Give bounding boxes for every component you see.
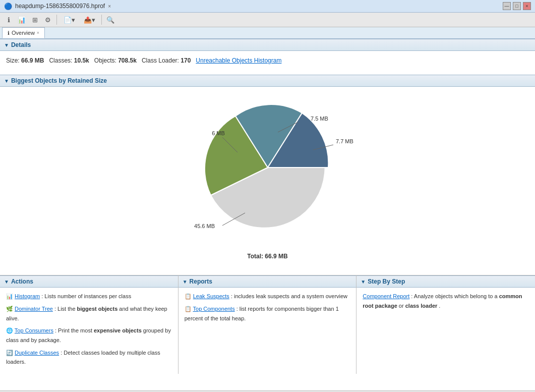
grid-icon[interactable]: ⊞: [29, 14, 40, 25]
leak-suspects-link[interactable]: Leak Suspects: [193, 293, 229, 299]
dominator-link[interactable]: Dominator Tree: [15, 306, 53, 312]
histogram-desc: : Lists number of instances per class: [41, 293, 131, 299]
report-top-components: 📋 Top Components : list reports for comp…: [185, 304, 350, 323]
reports-header-label: Reports: [190, 278, 212, 285]
report-dropdown-icon[interactable]: 📄▾: [60, 14, 78, 25]
leak-report-icon: 📋: [185, 293, 192, 299]
component-report-desc-before: : Analyze objects which belong to a: [411, 293, 499, 299]
toolbar-separator-2: [101, 15, 102, 25]
tab-bar: ℹ Overview ×: [0, 27, 535, 39]
tab-icon: ℹ: [8, 30, 10, 36]
search-icon[interactable]: 🔍: [105, 14, 116, 25]
close-button[interactable]: ×: [523, 2, 531, 10]
info-icon[interactable]: ℹ: [3, 14, 14, 25]
top-components-report-icon: 📋: [185, 306, 192, 312]
details-content: Size: 66.9 MB Classes: 10.5k Objects: 70…: [0, 51, 535, 71]
gear-icon[interactable]: ⚙: [42, 14, 53, 25]
top-components-link[interactable]: Top Components: [193, 306, 235, 312]
report-leak: 📋 Leak Suspects : includes leak suspects…: [185, 292, 350, 301]
biggest-objects-section-header[interactable]: ▼ Biggest Objects by Retained Size: [0, 75, 535, 87]
chart-area: 6 MB 7.5 MB 7.7 MB 45.6 MB Total: 66.9 M…: [0, 87, 535, 270]
histogram-link[interactable]: Histogram: [15, 293, 40, 299]
step-by-step-column: ▼ Step By Step Component Report : Analyz…: [356, 275, 535, 374]
title-close-tab[interactable]: ×: [108, 4, 111, 9]
label-75mb: 7.5 MB: [311, 116, 328, 122]
action-histogram: 📊 Histogram : Lists number of instances …: [6, 292, 172, 301]
stepbystep-content: Component Report : Analyze objects which…: [356, 288, 535, 317]
details-header-label: Details: [11, 41, 31, 48]
main-content: ▼ Details Size: 66.9 MB Classes: 10.5k O…: [0, 39, 535, 390]
duplicate-link[interactable]: Duplicate Classes: [15, 350, 59, 356]
classes-label: Classes:: [49, 57, 72, 64]
actions-section-header[interactable]: ▼ Actions: [0, 275, 178, 288]
consumers-icon: 🌐: [6, 327, 13, 333]
duplicate-icon: 🔄: [6, 350, 13, 356]
classloader-label: Class Loader:: [142, 57, 179, 64]
title-bar: 🔵 heapdump-1586355800976.hprof × — □ ×: [0, 0, 535, 13]
actions-header-label: Actions: [11, 278, 33, 285]
window-title: heapdump-1586355800976.hprof: [15, 3, 105, 10]
stepbystep-arrow-icon: ▼: [361, 279, 366, 285]
pie-total-label: Total: 66.9 MB: [172, 253, 364, 260]
action-duplicate: 🔄 Duplicate Classes : Detect classes loa…: [6, 348, 172, 367]
component-report-bold2: class loader: [405, 303, 438, 309]
component-report-link[interactable]: Component Report: [363, 293, 409, 299]
reports-section-header[interactable]: ▼ Reports: [179, 275, 356, 288]
reports-column: ▼ Reports 📋 Leak Suspects : includes lea…: [179, 275, 357, 374]
size-value: 66.9 MB: [21, 57, 44, 64]
histogram-bar-icon: 📊: [6, 293, 13, 299]
minimize-button[interactable]: —: [503, 2, 511, 10]
actions-content: 📊 Histogram : Lists number of instances …: [0, 288, 178, 374]
title-bar-left: 🔵 heapdump-1586355800976.hprof ×: [4, 3, 111, 10]
tab-close-button[interactable]: ×: [37, 30, 39, 35]
pie-chart-container: 6 MB 7.5 MB 7.7 MB 45.6 MB Total: 66.9 M…: [172, 97, 364, 260]
tab-label: Overview: [12, 30, 35, 36]
size-label: Size:: [6, 57, 20, 64]
component-report-desc-middle: or: [399, 303, 405, 309]
actions-arrow-icon: ▼: [4, 279, 9, 285]
dominator-tree-icon: 🌿: [6, 306, 13, 312]
label-77mb: 7.7 MB: [336, 138, 353, 144]
objects-value: 708.5k: [118, 57, 137, 64]
action-consumers: 🌐 Top Consumers : Print the most expensi…: [6, 326, 172, 345]
stepbystep-header-label: Step By Step: [368, 278, 405, 285]
objects-label: Objects:: [94, 57, 116, 64]
classloader-value: 170: [181, 57, 191, 64]
details-arrow-icon: ▼: [4, 42, 9, 48]
toolbar-separator-1: [56, 15, 57, 25]
reports-content: 📋 Leak Suspects : includes leak suspects…: [179, 288, 356, 330]
consumers-link[interactable]: Top Consumers: [15, 327, 53, 333]
tab-overview[interactable]: ℹ Overview ×: [2, 27, 45, 38]
step-component-report: Component Report : Analyze objects which…: [363, 292, 529, 310]
app-icon: 🔵: [4, 3, 12, 10]
title-bar-controls: — □ ×: [503, 2, 531, 10]
classes-value: 10.5k: [74, 57, 89, 64]
consumers-bold: expensive objects: [94, 327, 142, 333]
actions-column: ▼ Actions 📊 Histogram : Lists number of …: [0, 275, 179, 374]
unreachable-objects-link[interactable]: Unreachable Objects Histogram: [196, 57, 281, 64]
label-6mb: 6 MB: [212, 130, 225, 136]
bar-chart-icon[interactable]: 📊: [16, 14, 27, 25]
component-report-desc-after: .: [439, 303, 440, 309]
export-dropdown-icon[interactable]: 📤▾: [80, 14, 98, 25]
dominator-bold: biggest objects: [77, 306, 118, 312]
pie-chart-svg: 6 MB 7.5 MB 7.7 MB 45.6 MB: [172, 97, 364, 248]
details-section-header[interactable]: ▼ Details: [0, 39, 535, 51]
leak-desc: : includes leak suspects and a system ov…: [231, 293, 347, 299]
maximize-button[interactable]: □: [513, 2, 521, 10]
toolbar: ℹ 📊 ⊞ ⚙ 📄▾ 📤▾ 🔍: [0, 13, 535, 27]
biggest-objects-header-label: Biggest Objects by Retained Size: [11, 77, 107, 84]
reports-arrow-icon: ▼: [183, 279, 188, 285]
actions-area: ▼ Actions 📊 Histogram : Lists number of …: [0, 275, 535, 374]
consumers-desc-before: : Print the most: [55, 327, 94, 333]
stepbystep-section-header[interactable]: ▼ Step By Step: [356, 275, 535, 288]
action-dominator: 🌿 Dominator Tree : List the biggest obje…: [6, 304, 172, 323]
dominator-desc-before: : List the: [54, 306, 77, 312]
label-456mb: 45.6 MB: [194, 223, 215, 229]
biggest-objects-arrow-icon: ▼: [4, 78, 9, 84]
